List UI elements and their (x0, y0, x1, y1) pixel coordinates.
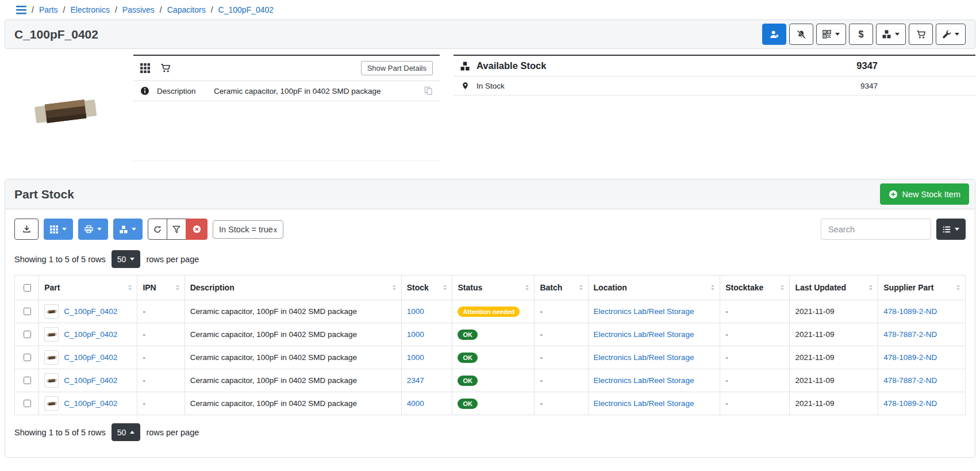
in-stock-label: In Stock (476, 82, 505, 90)
row-checkbox[interactable] (24, 377, 31, 384)
refresh-button[interactable] (148, 219, 167, 240)
filter-icon (172, 225, 180, 233)
stock-link[interactable]: 1000 (407, 330, 424, 339)
last-updated-cell: 2021-11-09 (790, 323, 878, 346)
part-details-header: Show Part Details (133, 55, 440, 81)
remove-filter-icon[interactable]: x (274, 226, 277, 234)
subscribed-users-button[interactable] (762, 24, 786, 45)
cart-icon[interactable] (160, 63, 171, 73)
part-link[interactable]: C_100pF_0402 (64, 399, 117, 408)
breadcrumb: / Parts / Electronics / Passives / Capac… (0, 0, 980, 18)
stock-link[interactable]: 4000 (407, 399, 424, 408)
toolbar-left-group: In Stock = true x (14, 219, 283, 240)
export-button[interactable] (14, 219, 39, 240)
column-header-ipn[interactable]: IPN (137, 275, 185, 300)
location-link[interactable]: Electronics Lab/Reel Storage (594, 307, 694, 316)
barcode-actions-dropdown[interactable] (816, 24, 846, 45)
stock-table: Part IPN Description Stock (14, 275, 966, 415)
sort-icon (869, 285, 873, 290)
breadcrumb-link-electronics[interactable]: Electronics (70, 5, 109, 14)
supplier-part-link[interactable]: 478-7887-2-ND (883, 376, 937, 385)
active-filter-tag[interactable]: In Stock = true x (213, 220, 283, 239)
description-cell: Ceramic capacitor, 100pF in 0402 SMD pac… (185, 346, 401, 369)
column-header-batch[interactable]: Batch (535, 275, 588, 300)
stock-actions-dropdown[interactable] (876, 24, 906, 45)
ipn-cell: - (137, 323, 185, 346)
select-all-header[interactable] (15, 275, 39, 300)
stock-link[interactable]: 1000 (407, 353, 424, 362)
page-size-dropdown[interactable]: 50 (112, 423, 141, 441)
column-header-stock[interactable]: Stock (401, 275, 452, 300)
column-header-supplier-part[interactable]: Supplier Part (878, 275, 966, 300)
last-updated-cell: 2021-11-09 (790, 346, 878, 369)
part-link[interactable]: C_100pF_0402 (64, 353, 117, 362)
row-checkbox[interactable] (24, 354, 31, 361)
available-stock-header: Available Stock 9347 (454, 55, 975, 76)
filter-button-group (148, 219, 207, 240)
stock-options-dropdown[interactable] (113, 219, 143, 240)
batch-cell: - (535, 346, 588, 369)
part-link[interactable]: C_100pF_0402 (64, 330, 117, 339)
row-checkbox[interactable] (24, 308, 31, 315)
breadcrumb-separator: / (211, 5, 213, 14)
shopping-cart-icon (916, 30, 926, 39)
search-input[interactable] (821, 219, 931, 240)
breadcrumb-link-current-part[interactable]: C_100pF_0402 (218, 5, 274, 14)
grid-icon[interactable] (140, 63, 150, 73)
part-thumbnail (44, 396, 59, 411)
part-details-panel: Show Part Details Description Ceramic ca… (133, 55, 440, 161)
menu-icon[interactable] (16, 6, 26, 14)
status-badge: OK (458, 330, 478, 340)
part-stock-header: Part Stock New Stock Item (5, 179, 975, 209)
breadcrumb-link-capacitors[interactable]: Capacitors (167, 5, 206, 14)
toolbar-right-group (821, 219, 966, 240)
column-header-description[interactable]: Description (185, 275, 401, 300)
copy-icon[interactable] (424, 86, 433, 95)
print-actions-dropdown[interactable] (78, 219, 108, 240)
stock-link[interactable]: 1000 (407, 307, 424, 316)
column-header-status[interactable]: Status (452, 275, 535, 300)
show-part-details-button[interactable]: Show Part Details (361, 61, 433, 75)
row-checkbox[interactable] (24, 400, 31, 407)
stock-cell: 1000 (401, 323, 452, 346)
breadcrumb-link-parts[interactable]: Parts (39, 5, 58, 14)
location-link[interactable]: Electronics Lab/Reel Storage (594, 376, 694, 385)
new-stock-item-button[interactable]: New Stock Item (880, 183, 969, 205)
row-checkbox[interactable] (24, 331, 31, 338)
location-link[interactable]: Electronics Lab/Reel Storage (594, 330, 694, 339)
column-header-last-updated[interactable]: Last Updated (790, 275, 878, 300)
clear-filters-button[interactable] (186, 219, 207, 240)
filter-button[interactable] (167, 219, 186, 240)
available-stock-panel: Available Stock 9347 In Stock 9347 (454, 55, 975, 95)
view-mode-dropdown[interactable] (936, 219, 966, 240)
barcode-actions-dropdown[interactable] (44, 219, 73, 240)
column-header-location[interactable]: Location (588, 275, 720, 300)
part-link[interactable]: C_100pF_0402 (64, 307, 117, 316)
pricing-button[interactable]: $ (849, 24, 873, 45)
part-thumbnail (44, 350, 59, 365)
grid-icon (50, 225, 58, 233)
unsubscribe-button[interactable] (789, 24, 813, 45)
row-select-cell (15, 392, 39, 415)
order-actions-button[interactable] (909, 24, 933, 45)
supplier-part-link[interactable]: 478-1089-2-ND (883, 353, 937, 362)
location-cell: Electronics Lab/Reel Storage (588, 392, 720, 415)
breadcrumb-link-passives[interactable]: Passives (122, 5, 155, 14)
supplier-part-link[interactable]: 478-1089-2-ND (883, 307, 937, 316)
stock-link[interactable]: 2347 (407, 376, 424, 385)
supplier-part-link[interactable]: 478-1089-2-ND (883, 399, 937, 408)
part-link[interactable]: C_100pF_0402 (64, 376, 117, 385)
part-image[interactable] (5, 55, 126, 167)
stock-table-wrapper: Part IPN Description Stock (5, 275, 975, 415)
supplier-part-link[interactable]: 478-7887-2-ND (883, 330, 937, 339)
location-cell: Electronics Lab/Reel Storage (588, 300, 720, 323)
column-header-part[interactable]: Part (39, 275, 137, 300)
column-label: Supplier Part (883, 283, 933, 292)
location-link[interactable]: Electronics Lab/Reel Storage (594, 399, 694, 408)
column-header-stocktake[interactable]: Stocktake (720, 275, 790, 300)
column-label: Batch (540, 283, 562, 292)
page-size-dropdown[interactable]: 50 (112, 250, 141, 268)
part-actions-dropdown[interactable] (936, 24, 966, 45)
select-all-checkbox[interactable] (24, 284, 31, 292)
location-link[interactable]: Electronics Lab/Reel Storage (594, 353, 694, 362)
